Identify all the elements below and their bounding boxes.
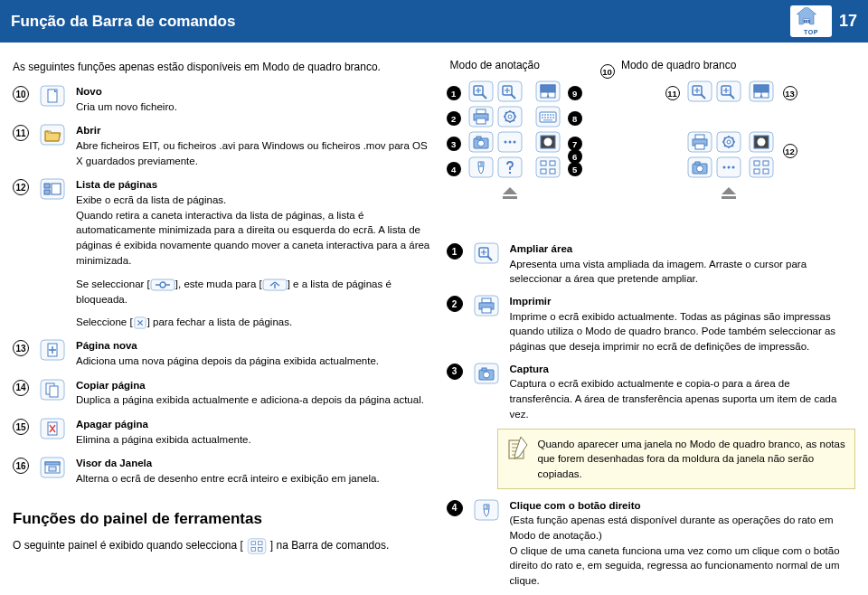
diagram-annotation: 1 2 3 4 10 9 8 7 6: [447, 75, 629, 220]
pagecopy-icon: [38, 378, 67, 401]
help-icon: [497, 156, 523, 178]
note-box: Quando aparecer uma janela no Modo de qu…: [497, 429, 855, 488]
dnum-10: 10: [600, 64, 615, 79]
pagelist-icon: [38, 177, 67, 201]
function-row-12: 12 Lista de páginas Exibe o ecrã da list…: [13, 177, 430, 275]
function-row-16: 16 Visor da Janela Alterna o ecrã de des…: [13, 456, 430, 493]
tools-panel-icon: [243, 538, 270, 554]
close-icon: [133, 316, 147, 329]
black-1: 1: [447, 243, 463, 260]
function-row-11: 11 Abrir Abre ficheiros EIT, ou ficheiro…: [13, 123, 430, 175]
bottom-text: O seguinte painel é exibido quando selec…: [13, 537, 430, 554]
page-number: 17: [839, 12, 857, 31]
close-instruction: Seleccione [] para fechar a lista de pág…: [76, 315, 430, 330]
right-item-4: 4 Clique com o botão direito (Esta funçã…: [447, 498, 855, 589]
black-4: 4: [447, 500, 463, 516]
zoom2-icon-b: [716, 80, 741, 102]
mode-headers: Modo de anotação Modo de quadro branco: [447, 59, 855, 71]
dots-icon: [497, 131, 523, 153]
pagedel-icon: [38, 417, 67, 440]
right-item-1: 1 Ampliar área Apresenta uma vista ampli…: [447, 241, 855, 287]
right-item-3: 3 Captura Captura o ecrã exibido actualm…: [447, 362, 855, 422]
gear-icon: [497, 106, 523, 128]
print-icon-b: [687, 131, 712, 153]
shade-icon: [535, 80, 561, 102]
circled-15: 15: [13, 419, 29, 435]
circled-10: 10: [13, 86, 29, 102]
circled-11: 11: [13, 125, 29, 141]
circled-12: 12: [13, 179, 29, 195]
spotlight-icon-b: [749, 131, 774, 153]
pin-icon: [150, 279, 175, 291]
function-row-15: 15 Apagar página Elimina a página exibid…: [13, 417, 430, 454]
print-icon-desc: [472, 294, 501, 317]
dnum-1: 1: [447, 86, 461, 100]
page-title: Função da Barra de comandos: [11, 13, 235, 31]
dnum-3: 3: [447, 137, 461, 151]
dnum-9: 9: [568, 86, 582, 100]
function-row-13: 13 Página nova Adiciona uma nova página …: [13, 338, 430, 375]
header-right: TOP 17: [790, 5, 857, 37]
dnum-b12: 12: [783, 144, 797, 158]
function-row-10: 10 Novo Cria um novo ficheiro.: [13, 84, 430, 121]
dnum-b11: 11: [665, 86, 680, 100]
tools-icon-b: [749, 156, 774, 178]
camera-icon-desc: [472, 362, 501, 385]
camera-icon: [468, 131, 494, 153]
mouse-icon-desc: [472, 498, 501, 522]
intro-text: As seguintes funções apenas estão dispon…: [13, 59, 430, 75]
pin-instruction: Se seleccionar [], este muda para [] e a…: [76, 277, 430, 307]
zoom-icon: [468, 80, 494, 102]
shade-icon-b: [749, 80, 774, 102]
camera-icon-b: [687, 156, 712, 178]
function-row-14: 14 Copiar página Duplica a página exibid…: [13, 378, 430, 415]
dnum-5: 5: [568, 162, 582, 176]
black-2: 2: [447, 296, 463, 312]
zoom-icon-b: [687, 80, 712, 102]
mode-annotation-label: Modo de anotação: [450, 59, 540, 71]
section-title: Funções do painel de ferramentas: [13, 510, 430, 528]
dots-icon-b: [716, 156, 741, 178]
window-icon: [38, 456, 67, 479]
pin-locked-icon: [262, 279, 288, 291]
circled-13: 13: [13, 340, 29, 356]
diagram-whiteboard: 11 13 12: [665, 75, 819, 220]
zoom-icon-desc: [472, 241, 501, 265]
tools-icon: [535, 156, 561, 178]
print-icon: [468, 106, 494, 128]
keyboard-icon: [535, 106, 561, 128]
note-icon: [507, 437, 529, 480]
pagenew-icon: [38, 338, 67, 362]
dnum-2: 2: [447, 111, 461, 126]
zoom2-icon: [497, 80, 523, 102]
spotlight-icon: [535, 131, 561, 153]
open-icon: [38, 123, 67, 146]
mouse-icon: [468, 156, 494, 178]
dnum-b13: 13: [783, 86, 797, 100]
function-row-12b: Se seleccionar [], este muda para [] e a…: [13, 277, 430, 336]
circled-14: 14: [13, 380, 29, 396]
gear-icon-b: [716, 131, 741, 153]
eject-icon: [497, 185, 523, 202]
right-item-2: 2 Imprimir Imprime o ecrã exibido actual…: [447, 294, 855, 354]
mode-whiteboard-label: Modo de quadro branco: [621, 59, 736, 71]
dnum-8: 8: [568, 111, 582, 126]
new-icon: [38, 84, 67, 108]
page-header: Função da Barra de comandos TOP 17: [0, 0, 868, 42]
circled-16: 16: [13, 458, 29, 474]
black-3: 3: [447, 364, 463, 380]
dnum-4: 4: [447, 162, 461, 176]
eject-icon-b: [716, 185, 741, 202]
home-top-badge[interactable]: TOP: [790, 5, 832, 37]
